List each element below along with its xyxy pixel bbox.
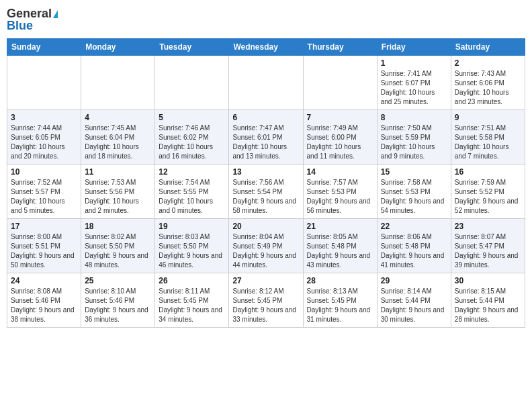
day-info: Sunrise: 7:47 AM Sunset: 6:01 PM Dayligh… <box>232 124 299 161</box>
calendar-cell: 23Sunrise: 8:07 AM Sunset: 5:47 PM Dayli… <box>451 219 525 273</box>
calendar-cell: 10Sunrise: 7:52 AM Sunset: 5:57 PM Dayli… <box>7 165 81 219</box>
day-number: 7 <box>307 113 373 122</box>
calendar-cell: 5Sunrise: 7:46 AM Sunset: 6:02 PM Daylig… <box>155 110 229 165</box>
calendar-week-1: 1Sunrise: 7:41 AM Sunset: 6:07 PM Daylig… <box>7 56 525 110</box>
calendar-cell: 27Sunrise: 8:12 AM Sunset: 5:45 PM Dayli… <box>229 273 303 328</box>
day-number: 12 <box>159 167 225 177</box>
calendar-cell: 15Sunrise: 7:58 AM Sunset: 5:53 PM Dayli… <box>377 165 451 219</box>
day-info: Sunrise: 8:00 AM Sunset: 5:51 PM Dayligh… <box>11 232 77 270</box>
day-number: 19 <box>159 222 225 231</box>
calendar-cell: 20Sunrise: 8:04 AM Sunset: 5:49 PM Dayli… <box>229 219 303 273</box>
weekday-header-row: SundayMondayTuesdayWednesdayThursdayFrid… <box>7 39 525 56</box>
calendar-cell <box>7 56 81 110</box>
day-number: 22 <box>381 222 447 231</box>
day-info: Sunrise: 8:14 AM Sunset: 5:44 PM Dayligh… <box>381 287 447 324</box>
day-info: Sunrise: 7:54 AM Sunset: 5:55 PM Dayligh… <box>159 178 225 216</box>
weekday-header-tuesday: Tuesday <box>155 39 229 56</box>
day-number: 9 <box>455 113 521 122</box>
day-number: 8 <box>381 113 447 122</box>
day-info: Sunrise: 8:08 AM Sunset: 5:46 PM Dayligh… <box>11 287 77 324</box>
day-number: 13 <box>232 167 299 177</box>
day-number: 26 <box>159 276 225 285</box>
day-number: 3 <box>11 113 77 122</box>
calendar-cell: 29Sunrise: 8:14 AM Sunset: 5:44 PM Dayli… <box>377 273 451 328</box>
day-info: Sunrise: 7:53 AM Sunset: 5:56 PM Dayligh… <box>85 178 151 216</box>
calendar-cell: 16Sunrise: 7:59 AM Sunset: 5:52 PM Dayli… <box>451 165 525 219</box>
day-info: Sunrise: 7:51 AM Sunset: 5:58 PM Dayligh… <box>455 124 521 161</box>
day-number: 20 <box>232 222 299 231</box>
day-number: 15 <box>381 167 447 177</box>
day-info: Sunrise: 8:06 AM Sunset: 5:48 PM Dayligh… <box>381 232 447 270</box>
day-number: 2 <box>455 58 521 68</box>
weekday-header-friday: Friday <box>377 39 451 56</box>
day-info: Sunrise: 8:15 AM Sunset: 5:44 PM Dayligh… <box>455 287 521 324</box>
calendar-cell: 11Sunrise: 7:53 AM Sunset: 5:56 PM Dayli… <box>81 165 155 219</box>
calendar-cell: 8Sunrise: 7:50 AM Sunset: 5:59 PM Daylig… <box>377 110 451 165</box>
calendar-cell: 7Sunrise: 7:49 AM Sunset: 6:00 PM Daylig… <box>303 110 377 165</box>
day-number: 18 <box>85 222 151 231</box>
day-number: 23 <box>455 222 521 231</box>
weekday-header-monday: Monday <box>81 39 155 56</box>
calendar-cell: 13Sunrise: 7:56 AM Sunset: 5:54 PM Dayli… <box>229 165 303 219</box>
day-info: Sunrise: 7:50 AM Sunset: 5:59 PM Dayligh… <box>381 124 447 161</box>
calendar-cell: 2Sunrise: 7:43 AM Sunset: 6:06 PM Daylig… <box>451 56 525 110</box>
day-info: Sunrise: 8:10 AM Sunset: 5:46 PM Dayligh… <box>85 287 151 324</box>
logo-triangle-icon <box>53 10 58 18</box>
logo-blue-text: Blue <box>7 19 33 33</box>
calendar-cell: 24Sunrise: 8:08 AM Sunset: 5:46 PM Dayli… <box>7 273 81 328</box>
calendar-cell <box>229 56 303 110</box>
calendar-table: SundayMondayTuesdayWednesdayThursdayFrid… <box>7 38 525 328</box>
day-info: Sunrise: 8:04 AM Sunset: 5:49 PM Dayligh… <box>232 232 299 270</box>
day-info: Sunrise: 7:58 AM Sunset: 5:53 PM Dayligh… <box>381 178 447 216</box>
weekday-header-saturday: Saturday <box>451 39 525 56</box>
weekday-header-thursday: Thursday <box>303 39 377 56</box>
day-info: Sunrise: 7:57 AM Sunset: 5:53 PM Dayligh… <box>307 178 373 216</box>
day-info: Sunrise: 7:45 AM Sunset: 6:04 PM Dayligh… <box>85 124 151 161</box>
calendar-cell <box>81 56 155 110</box>
day-info: Sunrise: 8:12 AM Sunset: 5:45 PM Dayligh… <box>232 287 299 324</box>
day-info: Sunrise: 7:49 AM Sunset: 6:00 PM Dayligh… <box>307 124 373 161</box>
calendar-cell: 9Sunrise: 7:51 AM Sunset: 5:58 PM Daylig… <box>451 110 525 165</box>
calendar-cell: 30Sunrise: 8:15 AM Sunset: 5:44 PM Dayli… <box>451 273 525 328</box>
calendar-week-5: 24Sunrise: 8:08 AM Sunset: 5:46 PM Dayli… <box>7 273 525 328</box>
calendar-week-2: 3Sunrise: 7:44 AM Sunset: 6:05 PM Daylig… <box>7 110 525 165</box>
day-number: 5 <box>159 113 225 122</box>
day-number: 29 <box>381 276 447 285</box>
day-number: 17 <box>11 222 77 231</box>
calendar-cell <box>303 56 377 110</box>
day-number: 25 <box>85 276 151 285</box>
day-info: Sunrise: 8:02 AM Sunset: 5:50 PM Dayligh… <box>85 232 151 270</box>
calendar-cell: 25Sunrise: 8:10 AM Sunset: 5:46 PM Dayli… <box>81 273 155 328</box>
calendar-cell: 18Sunrise: 8:02 AM Sunset: 5:50 PM Dayli… <box>81 219 155 273</box>
calendar-body: 1Sunrise: 7:41 AM Sunset: 6:07 PM Daylig… <box>7 56 525 328</box>
day-info: Sunrise: 8:11 AM Sunset: 5:45 PM Dayligh… <box>159 287 225 324</box>
day-info: Sunrise: 8:03 AM Sunset: 5:50 PM Dayligh… <box>159 232 225 270</box>
day-info: Sunrise: 8:13 AM Sunset: 5:45 PM Dayligh… <box>307 287 373 324</box>
calendar-cell: 26Sunrise: 8:11 AM Sunset: 5:45 PM Dayli… <box>155 273 229 328</box>
day-info: Sunrise: 7:56 AM Sunset: 5:54 PM Dayligh… <box>232 178 299 216</box>
day-number: 16 <box>455 167 521 177</box>
day-number: 28 <box>307 276 373 285</box>
day-info: Sunrise: 7:44 AM Sunset: 6:05 PM Dayligh… <box>11 124 77 161</box>
day-number: 10 <box>11 167 77 177</box>
day-info: Sunrise: 7:59 AM Sunset: 5:52 PM Dayligh… <box>455 178 521 216</box>
calendar-cell: 12Sunrise: 7:54 AM Sunset: 5:55 PM Dayli… <box>155 165 229 219</box>
page-header: General Blue <box>7 7 525 33</box>
day-number: 21 <box>307 222 373 231</box>
calendar-cell: 21Sunrise: 8:05 AM Sunset: 5:48 PM Dayli… <box>303 219 377 273</box>
day-number: 14 <box>307 167 373 177</box>
day-number: 6 <box>232 113 299 122</box>
day-info: Sunrise: 7:43 AM Sunset: 6:06 PM Dayligh… <box>455 69 521 107</box>
day-number: 4 <box>85 113 151 122</box>
calendar-cell: 28Sunrise: 8:13 AM Sunset: 5:45 PM Dayli… <box>303 273 377 328</box>
calendar-cell: 1Sunrise: 7:41 AM Sunset: 6:07 PM Daylig… <box>377 56 451 110</box>
day-info: Sunrise: 7:46 AM Sunset: 6:02 PM Dayligh… <box>159 124 225 161</box>
day-info: Sunrise: 8:07 AM Sunset: 5:47 PM Dayligh… <box>455 232 521 270</box>
day-number: 27 <box>232 276 299 285</box>
weekday-header-wednesday: Wednesday <box>229 39 303 56</box>
calendar-cell: 4Sunrise: 7:45 AM Sunset: 6:04 PM Daylig… <box>81 110 155 165</box>
logo: General Blue <box>7 7 58 33</box>
calendar-cell: 17Sunrise: 8:00 AM Sunset: 5:51 PM Dayli… <box>7 219 81 273</box>
day-number: 11 <box>85 167 151 177</box>
calendar-cell <box>155 56 229 110</box>
